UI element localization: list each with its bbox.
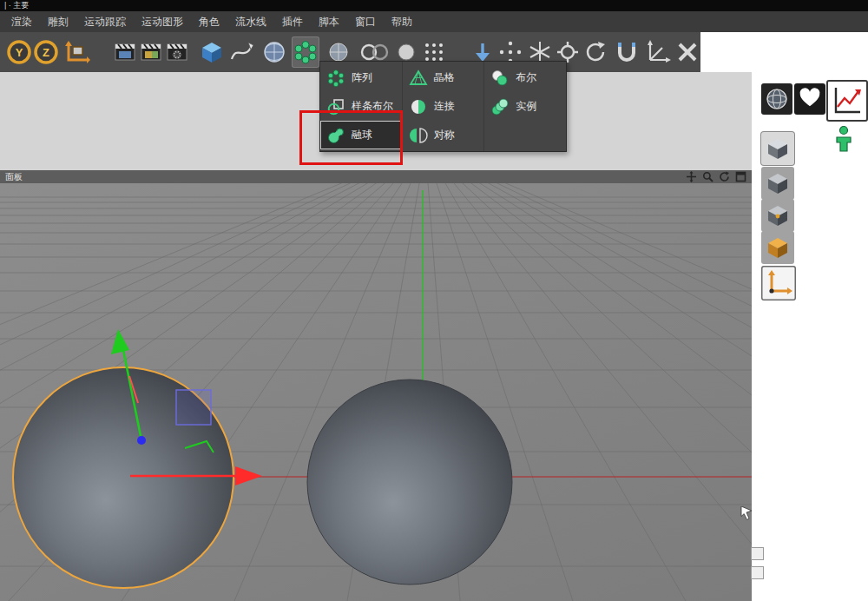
- title-bar: | · 主要: [0, 0, 868, 11]
- viewport-3d-canvas[interactable]: [0, 183, 752, 601]
- axis-y-button[interactable]: Y: [5, 36, 33, 68]
- axes-icon: [645, 39, 671, 65]
- boole-icon: [490, 69, 510, 88]
- small-panel-icon[interactable]: [751, 566, 764, 579]
- menu-plugins[interactable]: 插件: [274, 11, 311, 32]
- coordinate-system-icon: [62, 39, 90, 65]
- dropdown-column-3: 布尔 实例: [484, 62, 566, 151]
- dropdown-column-2: 晶格 连接 对称: [403, 62, 485, 151]
- subdivision-surface-icon: [261, 39, 287, 65]
- spline-pen-button[interactable]: [227, 36, 255, 68]
- menu-item-metaball[interactable]: 融球: [320, 121, 402, 149]
- generators-button[interactable]: [292, 36, 319, 68]
- coordinate-system-button[interactable]: [62, 36, 90, 68]
- render-region-button[interactable]: [137, 36, 165, 68]
- menu-item-label: 融球: [352, 128, 372, 142]
- sphere-icon: [396, 42, 417, 63]
- menu-item-label: 布尔: [516, 70, 536, 85]
- axis-lock-icon: [765, 269, 792, 297]
- magnet-button[interactable]: [613, 36, 641, 68]
- render-view-button[interactable]: [111, 36, 139, 68]
- render-settings-icon: [165, 40, 189, 64]
- rotate-tool-button[interactable]: [582, 36, 609, 68]
- menu-script[interactable]: 脚本: [311, 11, 347, 32]
- menu-item-lattice[interactable]: 晶格: [403, 63, 484, 92]
- character-button[interactable]: [826, 123, 861, 155]
- menu-item-instance[interactable]: 实例: [484, 92, 566, 121]
- favorite-button[interactable]: [794, 83, 825, 115]
- close-tool-button[interactable]: [674, 36, 701, 68]
- menu-item-label: 连接: [434, 99, 455, 114]
- dropdown-column-1: 阵列 样条布尔 融球: [320, 62, 403, 151]
- close-x-icon: [675, 40, 700, 64]
- menu-item-label: 阵列: [352, 70, 372, 85]
- menu-sculpt[interactable]: 雕刻: [40, 11, 76, 32]
- mode-texture-button[interactable]: [761, 199, 794, 232]
- symmetry-icon: [409, 126, 428, 145]
- viewport-panel-menu[interactable]: 面板: [5, 171, 23, 183]
- cube-mode-icon: [765, 135, 791, 162]
- generators-icon: [293, 39, 319, 65]
- pan-view-icon[interactable]: [686, 171, 697, 182]
- generators-dropdown-menu: 阵列 样条布尔 融球: [319, 61, 567, 152]
- menu-item-label: 样条布尔: [352, 99, 393, 114]
- menu-bar: 渲染 雕刻 运动跟踪 运动图形 角色 流水线 插件 脚本 窗口 帮助: [0, 11, 868, 32]
- mode-object-button[interactable]: [761, 167, 794, 200]
- menu-item-boole[interactable]: 布尔: [484, 63, 566, 92]
- connect-icon: [409, 97, 428, 116]
- render-region-icon: [139, 40, 163, 64]
- menu-item-array[interactable]: 阵列: [320, 63, 402, 92]
- render-settings-button[interactable]: [163, 36, 191, 68]
- mode-model-button[interactable]: [761, 132, 794, 165]
- viewport-header: 面板: [0, 170, 752, 183]
- mode-workplane-button[interactable]: [761, 231, 794, 264]
- toolbar-right-blank: [700, 32, 868, 72]
- menu-help[interactable]: 帮助: [384, 11, 420, 32]
- gizmo-plane-handle: [176, 390, 211, 425]
- gizmo-x-arrowhead: [235, 466, 262, 485]
- material-sphere-button[interactable]: [761, 83, 792, 115]
- cube-texture-icon: [765, 202, 791, 228]
- figure-icon: [831, 125, 857, 153]
- menu-pipeline[interactable]: 流水线: [227, 11, 274, 32]
- axis-z-button[interactable]: Z: [32, 36, 60, 68]
- menu-mograph[interactable]: 运动图形: [134, 11, 191, 32]
- heart-icon: [797, 86, 823, 112]
- subdivision-surface-button[interactable]: [260, 36, 288, 68]
- viewport-header-icons: [686, 171, 746, 182]
- cube-orange-icon: [765, 234, 791, 261]
- menu-window[interactable]: 窗口: [347, 11, 384, 32]
- axis-lock-button[interactable]: [761, 266, 796, 300]
- viewport: [0, 183, 752, 601]
- graph-button[interactable]: [826, 80, 868, 122]
- svg-text:Y: Y: [16, 46, 23, 59]
- primitive-cube-button[interactable]: [198, 36, 226, 68]
- metaball-icon: [326, 126, 345, 145]
- menu-item-connect[interactable]: 连接: [403, 92, 484, 121]
- array-icon: [326, 69, 345, 88]
- rotate-view-icon[interactable]: [719, 171, 730, 182]
- magnet-icon: [614, 39, 640, 65]
- menu-item-label: 晶格: [434, 70, 455, 85]
- axis-y-icon: Y: [6, 39, 32, 65]
- graph-icon: [829, 83, 865, 119]
- axis-z-icon: Z: [33, 39, 59, 65]
- material-sphere-icon: [764, 86, 790, 112]
- lattice-icon: [409, 69, 428, 88]
- instance-icon: [490, 97, 510, 116]
- menu-item-spline-boole[interactable]: 样条布尔: [320, 92, 402, 121]
- small-panel-icon[interactable]: [751, 547, 764, 560]
- render-view-icon: [113, 40, 137, 64]
- application-window: | · 主要 渲染 雕刻 运动跟踪 运动图形 角色 流水线 插件 脚本 窗口 帮…: [0, 0, 868, 601]
- zoom-view-icon[interactable]: [702, 171, 713, 182]
- gizmo-y-arrowhead: [111, 329, 129, 354]
- menu-character[interactable]: 角色: [191, 11, 227, 32]
- maximize-view-icon[interactable]: [735, 171, 746, 182]
- menu-item-symmetry[interactable]: 对称: [403, 121, 484, 149]
- sphere-right[interactable]: [307, 380, 512, 584]
- menu-render[interactable]: 渲染: [3, 11, 40, 32]
- menu-item-label: 对称: [434, 128, 455, 142]
- primitive-cube-icon: [199, 39, 225, 65]
- axes-tool-button[interactable]: [644, 36, 672, 68]
- menu-motion-tracker[interactable]: 运动跟踪: [76, 11, 134, 32]
